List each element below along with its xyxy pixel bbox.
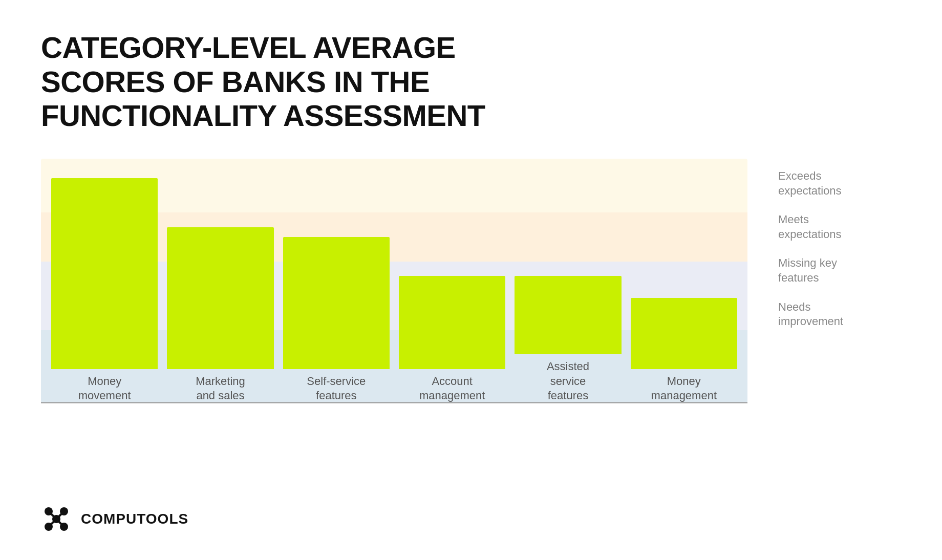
bar-label-self-service: Self-service features: [307, 374, 366, 403]
bar-label-account-mgmt: Account management: [419, 374, 485, 403]
bar-marketing-sales: [167, 227, 273, 369]
bar-label-money-mgmt: Money management: [651, 374, 717, 403]
bars-container: Money movementMarketing and salesSelf-se…: [41, 159, 747, 403]
bar-group-marketing-sales: Marketing and sales: [167, 227, 273, 403]
bar-group-money-movement: Money movement: [51, 178, 158, 403]
bar-money-mgmt: [631, 298, 737, 369]
legend-label-meets: Meets expectations: [778, 212, 901, 242]
bar-label-money-movement: Money movement: [78, 374, 131, 403]
bar-money-movement: [51, 178, 158, 369]
computools-logo-icon: [41, 504, 72, 534]
legend-label-exceeds: Exceeds expectations: [778, 169, 901, 198]
chart-wrapper: Money movementMarketing and salesSelf-se…: [41, 159, 747, 425]
legend-label-missing: Missing key features: [778, 256, 901, 285]
computools-logo-text: COMPUTOOLS: [81, 511, 188, 527]
bar-assisted-service: [515, 276, 621, 354]
bar-group-account-mgmt: Account management: [399, 276, 505, 403]
legend-item-missing: Missing key features: [778, 256, 901, 285]
legend: Exceeds expectationsMeets expectationsMi…: [778, 159, 901, 329]
footer: COMPUTOOLS: [41, 504, 901, 534]
bar-label-marketing-sales: Marketing and sales: [196, 374, 245, 403]
bar-account-mgmt: [399, 276, 505, 369]
bar-group-assisted-service: Assisted service features: [515, 276, 621, 403]
x-axis-line: [41, 402, 747, 403]
bar-group-self-service: Self-service features: [283, 237, 390, 403]
legend-item-exceeds: Exceeds expectations: [778, 169, 901, 198]
bar-label-assisted-service: Assisted service features: [547, 359, 589, 403]
legend-label-needs: Needs improvement: [778, 300, 901, 329]
legend-item-meets: Meets expectations: [778, 212, 901, 242]
bar-self-service: [283, 237, 390, 369]
legend-item-needs: Needs improvement: [778, 300, 901, 329]
page-title: CATEGORY-LEVEL AVERAGE SCORES OF BANKS I…: [41, 31, 502, 133]
bar-group-money-mgmt: Money management: [631, 298, 737, 403]
